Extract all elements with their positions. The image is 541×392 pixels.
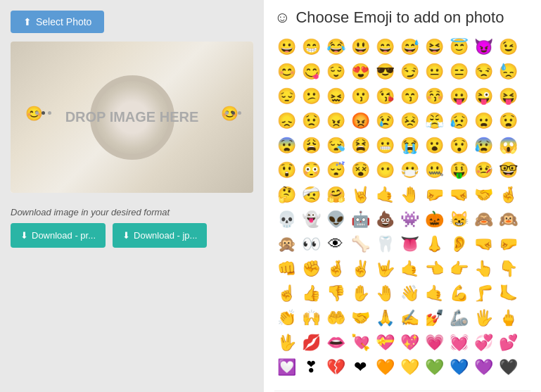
emoji-item[interactable]: 🤜	[471, 232, 495, 256]
emoji-item[interactable]: ✌	[348, 257, 372, 281]
emoji-item[interactable]: 😃	[348, 35, 372, 59]
emoji-item[interactable]: 🦷	[373, 232, 397, 256]
emoji-item[interactable]: 😱	[496, 134, 520, 158]
emoji-item[interactable]: 😘	[373, 84, 397, 108]
emoji-item[interactable]: 🤐	[422, 158, 446, 182]
emoji-item[interactable]: 🤚	[373, 282, 397, 305]
emoji-item[interactable]: 😉	[496, 35, 520, 59]
emoji-item[interactable]: 👻	[299, 208, 323, 232]
emoji-item[interactable]: 💗	[422, 331, 446, 355]
emoji-item[interactable]: 😜	[471, 84, 495, 108]
emoji-item[interactable]: 🖐	[471, 306, 495, 330]
emoji-item[interactable]: 💩	[373, 208, 397, 232]
emoji-item[interactable]: 👊	[274, 257, 298, 281]
emoji-item[interactable]: 👁	[324, 232, 348, 256]
emoji-item[interactable]: 🤒	[471, 158, 495, 182]
emoji-item[interactable]: 😣	[397, 109, 421, 133]
emoji-item[interactable]: 👂	[447, 232, 471, 256]
emoji-item[interactable]: 😊	[274, 60, 298, 84]
emoji-item[interactable]: 😠	[324, 109, 348, 133]
emoji-item[interactable]: 😅	[397, 35, 421, 59]
emoji-item[interactable]: 😴	[324, 158, 348, 182]
emoji-item[interactable]: 🤞	[324, 257, 348, 281]
emoji-item[interactable]: 💟	[274, 355, 298, 379]
emoji-item[interactable]: 🤜	[447, 183, 471, 207]
emoji-item[interactable]: 🦾	[447, 306, 471, 330]
emoji-item[interactable]: 😔	[274, 84, 298, 108]
emoji-item[interactable]: 🤕	[299, 183, 323, 207]
emoji-item[interactable]: 😧	[496, 109, 520, 133]
emoji-item[interactable]: 😐	[422, 60, 446, 84]
emoji-item[interactable]: 🤟	[373, 257, 397, 281]
emoji-item[interactable]: ✋	[348, 282, 372, 305]
emoji-item[interactable]: 🤖	[348, 208, 372, 232]
emoji-item[interactable]: 😇	[447, 35, 471, 59]
emoji-item[interactable]: ☝	[274, 282, 298, 305]
emoji-item[interactable]: 👄	[324, 331, 348, 355]
emoji-item[interactable]: 🦶	[496, 282, 520, 305]
emoji-item[interactable]: 😰	[471, 134, 495, 158]
emoji-item[interactable]: 👾	[397, 208, 421, 232]
emoji-item[interactable]: 😪	[324, 134, 348, 158]
emoji-item[interactable]: 😓	[496, 60, 520, 84]
emoji-item[interactable]: 👍	[299, 282, 323, 305]
emoji-item[interactable]: 🤝	[471, 183, 495, 207]
emoji-item[interactable]: 😂	[324, 35, 348, 59]
emoji-item[interactable]: 🤲	[324, 306, 348, 330]
emoji-item[interactable]: 🤛	[422, 183, 446, 207]
emoji-item[interactable]: 💙	[447, 355, 471, 379]
emoji-item[interactable]: 😙	[397, 84, 421, 108]
emoji-item[interactable]: 🤙	[373, 183, 397, 207]
emoji-item[interactable]: 🙊	[274, 232, 298, 256]
emoji-item[interactable]: 😀	[274, 35, 298, 59]
emoji-item[interactable]: 😫	[348, 134, 372, 158]
emoji-item[interactable]: 😝	[496, 84, 520, 108]
emoji-item[interactable]: 🤚	[397, 183, 421, 207]
emoji-item[interactable]: ✊	[299, 257, 323, 281]
emoji-item[interactable]: 😌	[324, 60, 348, 84]
emoji-item[interactable]: 🖕	[496, 306, 520, 330]
emoji-item[interactable]: 👇	[496, 257, 520, 281]
emoji-item[interactable]: 👅	[397, 232, 421, 256]
emoji-item[interactable]: 😈	[471, 35, 495, 59]
emoji-item[interactable]: 😟	[299, 109, 323, 133]
emoji-item[interactable]: 😎	[373, 60, 397, 84]
emoji-item[interactable]: 😛	[447, 84, 471, 108]
emoji-item[interactable]: 😮	[422, 134, 446, 158]
emoji-item[interactable]: 💕	[496, 331, 520, 355]
emoji-item[interactable]: 💝	[373, 331, 397, 355]
emoji-item[interactable]: 🤔	[274, 183, 298, 207]
emoji-item[interactable]: 😵	[348, 158, 372, 182]
emoji-item[interactable]: 😞	[274, 109, 298, 133]
emoji-item[interactable]: 😕	[299, 84, 323, 108]
select-photo-button[interactable]: ⬆ Select Photo	[11, 11, 104, 33]
emoji-item[interactable]: 🧡	[373, 355, 397, 379]
emoji-item[interactable]: 😗	[348, 84, 372, 108]
emoji-item[interactable]: 👉	[447, 257, 471, 281]
emoji-item[interactable]: 🎃	[422, 208, 446, 232]
emoji-item[interactable]: 😲	[274, 158, 298, 182]
emoji-item[interactable]: 😚	[422, 84, 446, 108]
emoji-item[interactable]: ❣	[299, 355, 323, 379]
emoji-item[interactable]: 😁	[299, 35, 323, 59]
emoji-item[interactable]: 🤘	[348, 183, 372, 207]
emoji-item[interactable]: 💞	[471, 331, 495, 355]
emoji-item[interactable]: 🙌	[299, 306, 323, 330]
emoji-item[interactable]: 😍	[348, 60, 372, 84]
emoji-item[interactable]: 🤓	[496, 158, 520, 182]
emoji-item[interactable]: 😭	[397, 134, 421, 158]
emoji-item[interactable]: 💖	[397, 331, 421, 355]
emoji-item[interactable]: 😒	[471, 60, 495, 84]
emoji-item[interactable]: 🖖	[274, 331, 298, 355]
emoji-item[interactable]: 👎	[324, 282, 348, 305]
emoji-item[interactable]: 😥	[447, 109, 471, 133]
download-png-button[interactable]: ⬇ Download - pr...	[11, 223, 106, 248]
emoji-item[interactable]: 😤	[422, 109, 446, 133]
emoji-item[interactable]: 💔	[324, 355, 348, 379]
emoji-item[interactable]: 👽	[324, 208, 348, 232]
emoji-item[interactable]: 😷	[397, 158, 421, 182]
emoji-item[interactable]: 🤝	[348, 306, 372, 330]
emoji-item[interactable]: 🤑	[447, 158, 471, 182]
emoji-item[interactable]: 😖	[324, 84, 348, 108]
emoji-item[interactable]: 💜	[471, 355, 495, 379]
